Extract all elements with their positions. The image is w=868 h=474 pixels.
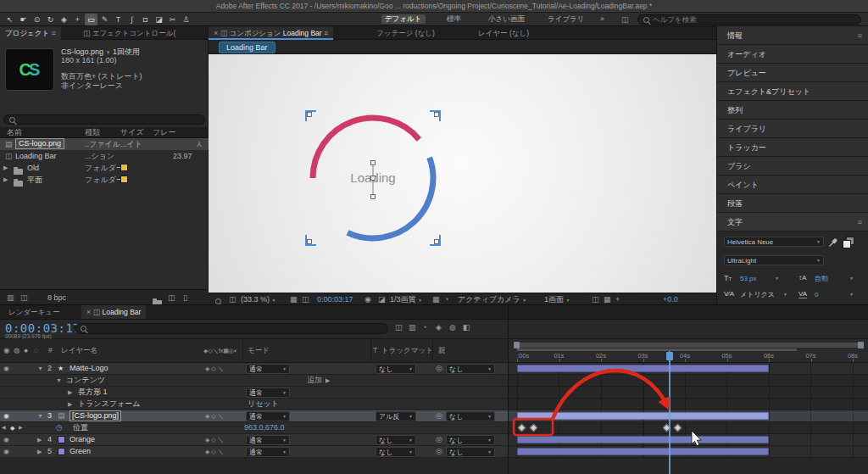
magnification-icon[interactable]	[215, 298, 221, 304]
composition-mini-flowchart-icon[interactable]: ◫	[395, 323, 403, 332]
item-name[interactable]: 平面	[27, 174, 42, 186]
playhead-handle[interactable]	[666, 352, 673, 360]
column-size[interactable]: サイズ	[120, 127, 144, 138]
twirl-closed-icon[interactable]: ▶	[3, 174, 8, 186]
leading-select[interactable]: 自動▼	[812, 273, 856, 283]
kerning-select[interactable]: メトリクス▼	[737, 289, 790, 299]
motion-blur-icon[interactable]: ◍	[449, 323, 456, 332]
track-position-keyframes[interactable]	[509, 422, 868, 434]
transparency-grid-icon[interactable]: ◔	[444, 293, 448, 305]
panel-paint[interactable]: ペイント	[717, 176, 868, 194]
column-layer-name[interactable]: レイヤー名	[61, 346, 97, 356]
interpret-footage-icon[interactable]: ▥	[7, 290, 14, 305]
chevron-down-icon[interactable]: ▼	[106, 50, 111, 55]
column-parent[interactable]: 親	[438, 346, 446, 356]
current-time-button[interactable]: 0:00:03:17	[317, 293, 353, 305]
stopwatch-icon[interactable]: ◷	[56, 422, 63, 433]
fast-previews-icon[interactable]: ▦	[604, 293, 611, 305]
project-search-input[interactable]	[19, 115, 199, 124]
reset-button[interactable]: リセット	[248, 399, 279, 410]
workspace-libraries[interactable]: ライブラリ	[548, 14, 585, 24]
project-search-field[interactable]	[3, 114, 205, 125]
solo-column-icon[interactable]: ●	[24, 346, 28, 354]
panel-paragraph[interactable]: 段落	[717, 194, 868, 213]
panel-tracker[interactable]: トラッカー	[717, 138, 868, 157]
layer-track-matte-logo[interactable]	[509, 363, 868, 375]
column-frame-rate[interactable]: フレー	[153, 127, 175, 138]
panel-audio[interactable]: オーディオ	[717, 45, 868, 64]
type-tool[interactable]: T	[112, 14, 125, 25]
keyframe[interactable]	[674, 424, 682, 432]
layer-switches[interactable]: ◈◇＼	[205, 410, 225, 421]
exposure-value[interactable]: +0.0	[663, 293, 678, 305]
tab-effect-controls[interactable]: ◫ エフェクトコントロール(	[78, 26, 181, 40]
group-row-contents[interactable]: ▼ コンテンツ 追加 ▶	[0, 375, 509, 387]
property-row-position[interactable]: ◀ ◆ ▶ ◷ 位置 963.0,676.0	[0, 422, 509, 434]
pickwhip-icon[interactable]: ◎	[436, 446, 442, 457]
selection-handles[interactable]	[308, 113, 439, 244]
font-style-select[interactable]: UltraLight▼	[724, 255, 824, 265]
keyframe[interactable]	[518, 424, 526, 432]
column-name[interactable]: 名前	[7, 127, 22, 138]
column-t[interactable]: T	[373, 346, 377, 354]
panel-menu-icon[interactable]: ≡	[858, 213, 862, 231]
eye-icon[interactable]: ◉	[3, 446, 9, 457]
close-icon[interactable]: ×	[86, 308, 91, 316]
layer-duration-bar[interactable]	[517, 436, 769, 443]
group-row-rectangle-1[interactable]: ▶ 長方形 1 通常▼	[0, 387, 509, 399]
panel-menu-icon[interactable]: ≡	[858, 26, 862, 45]
layer-duration-bar[interactable]	[517, 412, 769, 420]
hand-tool[interactable]: ☛	[17, 14, 30, 25]
tab-composition[interactable]: × ◫ コンポジション Loading Bar ≡	[209, 26, 333, 40]
time-ruler[interactable]: :00s 01s 02s 03s 04s 05s 06s 07s 08s	[509, 351, 868, 363]
project-row-cs-logo[interactable]: ▤ CS-logo.png ..ファイル ...イト Y	[0, 138, 209, 150]
layer-row-cs-logo[interactable]: ◉ ▼ 3 ▤ [CS-logo.png] ◈◇＼ 通常▼ アル反▼ ◎ なし▼	[0, 410, 509, 422]
clone-stamp-tool[interactable]: ◘	[139, 14, 152, 25]
parent-select[interactable]: なし▼	[446, 447, 495, 457]
panel-align[interactable]: 整列	[717, 101, 868, 120]
eyedropper-icon[interactable]	[828, 237, 838, 248]
help-search-input[interactable]	[653, 15, 855, 24]
tab-project[interactable]: プロジェクト ≡	[0, 26, 61, 40]
keyframe[interactable]	[530, 424, 538, 432]
audio-column-icon[interactable]: ◍	[14, 346, 19, 354]
layer-switches[interactable]: ◈◇＼	[205, 363, 225, 374]
puppet-pin-tool[interactable]: ♙	[180, 14, 192, 25]
proxy-icon[interactable]: ◫	[20, 290, 28, 305]
layer-name[interactable]: [CS-logo.png]	[70, 410, 121, 421]
roto-brush-tool[interactable]: ✂	[166, 14, 179, 25]
panel-preview[interactable]: プレビュー	[717, 64, 868, 82]
panel-menu-icon[interactable]: ≡	[52, 29, 56, 37]
rectangle-tool[interactable]: ▭	[85, 14, 97, 25]
panel-libraries[interactable]: ライブラリ	[717, 120, 868, 138]
graph-editor-icon[interactable]: ◧	[463, 323, 470, 332]
panel-effects-presets[interactable]: エフェクト&プリセット	[717, 82, 868, 101]
twirl-closed-icon[interactable]: ▶	[3, 162, 8, 174]
playhead-line[interactable]	[669, 351, 670, 474]
layer-row-green[interactable]: ◉ ▶ 5 Green ◈◇＼ 通常▼ なし▼ ◎ なし▼	[0, 446, 509, 458]
frame-blending-icon[interactable]: ◈	[436, 323, 442, 332]
layer-track-green[interactable]	[509, 446, 868, 458]
item-name[interactable]: Old	[27, 162, 39, 174]
layer-switches[interactable]: ◈◇＼	[205, 446, 225, 457]
fill-color-swatch[interactable]	[843, 240, 851, 248]
track-matte-select[interactable]: なし▼	[376, 364, 416, 374]
comp-button[interactable]: Loading Bar	[219, 42, 275, 53]
track-matte-select[interactable]: なし▼	[376, 435, 416, 445]
navigator-track[interactable]	[517, 343, 860, 348]
pan-behind-tool[interactable]: +	[71, 14, 84, 25]
region-of-interest-icon[interactable]: ▦	[432, 293, 440, 305]
panel-info[interactable]: 情報≡	[717, 26, 868, 45]
pickwhip-icon[interactable]: ◎	[436, 363, 442, 374]
next-keyframe-icon[interactable]: ▶	[19, 422, 23, 433]
rotate-tool[interactable]: ↻	[44, 14, 57, 25]
footage-usage[interactable]: 1回使用	[113, 47, 140, 56]
timeline-search-input[interactable]	[90, 325, 382, 333]
column-number[interactable]: #	[48, 346, 53, 354]
twirl-closed-icon[interactable]: ▶	[68, 387, 72, 398]
layer-track-cs-logo[interactable]	[509, 410, 868, 422]
font-family-select[interactable]: Helvetica Neue▼	[724, 237, 824, 247]
item-name[interactable]: CS-logo.png	[15, 138, 64, 149]
zoom-tool[interactable]: ⊙	[31, 14, 43, 25]
group-name[interactable]: トランスフォーム	[78, 399, 140, 410]
